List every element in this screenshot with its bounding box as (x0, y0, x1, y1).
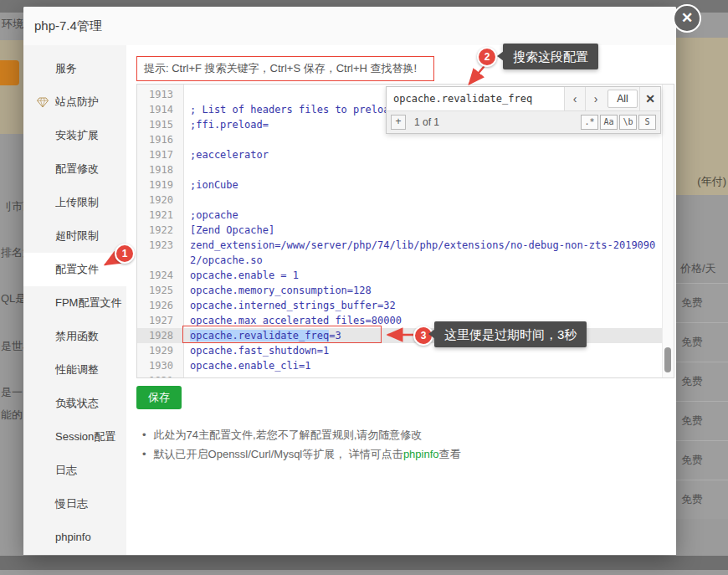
sidebar-item-label: 性能调整 (55, 363, 99, 376)
sidebar-item-7[interactable]: FPM配置文件 (23, 286, 126, 320)
sidebar-item-label: 配置修改 (55, 162, 99, 175)
sidebar-item-9[interactable]: 性能调整 (23, 353, 126, 387)
editor-scrollbar[interactable] (662, 85, 674, 377)
sidebar-item-6[interactable]: 配置文件 (23, 253, 126, 286)
line-number: 1915 (137, 117, 183, 132)
line-number: 1926 (137, 298, 183, 313)
sidebar-item-label: FPM配置文件 (55, 296, 121, 309)
line-text: opcache.fast_shutdown=1 (183, 343, 664, 358)
line-number: 1920 (137, 193, 183, 208)
code-line-1921: 1921;opcache (137, 208, 663, 223)
code-line-1929: 1929opcache.fast_shutdown=1 (137, 343, 663, 358)
dialog-sidebar: 服务站点防护安装扩展配置修改上传限制超时限制配置文件FPM配置文件禁用函数性能调… (23, 45, 126, 555)
backdrop-price-row-0: 免费 (676, 283, 728, 322)
search-close-icon[interactable]: ✕ (639, 87, 660, 110)
line-text: ;eaccelerator (183, 147, 664, 162)
line-text: opcache.enable = 1 (183, 268, 664, 283)
search-toggle-case[interactable]: Aa (600, 115, 618, 130)
backdrop-price-row-4: 免费 (676, 440, 728, 480)
sidebar-item-13[interactable]: 慢日志 (23, 487, 126, 521)
backdrop-price-row-1: 免费 (676, 322, 728, 362)
backdrop-price-row-5: 免费 (676, 480, 728, 519)
backdrop-left-fragment-3: 是世界 (1, 339, 26, 354)
sidebar-item-label: 配置文件 (55, 263, 99, 275)
line-text (183, 132, 664, 147)
editor-search-dialog: ‹ › All ✕ + 1 of 1 .*Aa\bS (386, 86, 661, 134)
backdrop-price-row-2: 免费 (676, 362, 728, 401)
backdrop-orange-button (0, 60, 19, 85)
sidebar-item-10[interactable]: 负载状态 (23, 387, 126, 420)
line-number: 1928 (137, 328, 183, 343)
sidebar-item-11[interactable]: Session配置 (23, 420, 126, 454)
search-toggle-selection[interactable]: S (638, 115, 656, 130)
line-number: 1913 (137, 87, 183, 102)
close-icon[interactable]: ✕ (673, 4, 701, 33)
sidebar-item-label: 慢日志 (55, 497, 88, 510)
code-line-1930: 1930opcache.enable_cli=1 (137, 358, 663, 373)
gem-icon (37, 97, 49, 108)
search-add-button[interactable]: + (391, 115, 406, 130)
line-number: 1917 (137, 147, 183, 162)
page: 环境 刂市面排名第QL是一是世界是一能的 (年付) 价格/天 免费免费免费免费免… (0, 0, 728, 575)
backdrop-price-header: 价格/天 (680, 261, 716, 276)
line-text: ;ionCube (183, 177, 664, 193)
line-number: 1927 (137, 313, 183, 328)
sidebar-item-4[interactable]: 上传限制 (23, 186, 126, 219)
editor-scrollbar-thumb[interactable] (664, 347, 671, 372)
line-number: 1919 (137, 177, 183, 193)
code-line-1922: 1922[Zend Opcache] (137, 223, 663, 238)
sidebar-item-1[interactable]: 站点防护 (23, 85, 126, 119)
code-line-1916: 1916 (137, 132, 663, 147)
search-all-button[interactable]: All (608, 90, 638, 108)
search-next-button[interactable]: › (585, 87, 606, 110)
sidebar-item-8[interactable]: 禁用函数 (23, 320, 126, 353)
code-line-1926: 1926opcache.interned_strings_buffer=32 (137, 298, 663, 313)
sidebar-item-5[interactable]: 超时限制 (23, 219, 126, 253)
save-button[interactable]: 保存 (136, 386, 182, 409)
backdrop-left-fragment-4: 是一 (1, 385, 26, 400)
line-text: ;opcache (183, 208, 664, 223)
code-line-1917: 1917;eaccelerator (137, 147, 663, 162)
notes-list: 此处为74主配置文件,若您不了解配置规则,请勿随意修改默认已开启Openssl/… (142, 425, 461, 464)
line-text (183, 373, 664, 378)
code-line-1925: 1925opcache.memory_consumption=128 (137, 283, 663, 298)
line-number: 1923 (137, 238, 183, 268)
sidebar-item-3[interactable]: 配置修改 (23, 152, 126, 186)
sidebar-item-label: 日志 (55, 464, 77, 476)
sidebar-item-0[interactable]: 服务 (23, 52, 126, 85)
highlight-red-box (182, 326, 382, 343)
backdrop-year-label: (年付) (697, 174, 726, 189)
backdrop-left-fragment-5: 能的 (1, 408, 26, 423)
search-match-count: 1 of 1 (414, 116, 579, 128)
dialog-title: php-7.4管理 (34, 18, 102, 34)
backdrop-left-fragment-1: 排名第 (1, 245, 26, 260)
line-number: 1918 (137, 162, 183, 177)
line-number: 1916 (137, 132, 183, 147)
phpinfo-link[interactable]: phpinfo (403, 448, 439, 460)
sidebar-item-12[interactable]: 日志 (23, 454, 126, 487)
search-toggle-regex[interactable]: .* (581, 115, 598, 130)
backdrop-left-fragment-2: QL是一 (1, 291, 26, 306)
line-number: 1921 (137, 208, 183, 223)
line-number: 1922 (137, 223, 183, 238)
line-number: 1929 (137, 343, 183, 358)
search-toggle-word[interactable]: \b (619, 115, 637, 130)
sidebar-item-14[interactable]: phpinfo (23, 521, 126, 554)
code-line-1931: 1931 (137, 373, 663, 378)
line-number: 1925 (137, 283, 183, 298)
line-text (183, 162, 664, 177)
sidebar-item-label: 禁用函数 (55, 330, 99, 342)
sidebar-item-2[interactable]: 安装扩展 (23, 119, 126, 152)
code-line-1919: 1919;ionCube (137, 177, 663, 193)
line-number: 1930 (137, 358, 183, 373)
sidebar-item-label: 站点防护 (55, 95, 99, 108)
line-text: opcache.interned_strings_buffer=32 (183, 298, 664, 313)
search-input[interactable] (387, 87, 564, 110)
search-prev-button[interactable]: ‹ (564, 87, 585, 110)
code-line-1920: 1920 (137, 193, 663, 208)
line-text: opcache.enable_cli=1 (183, 358, 664, 373)
sidebar-item-label: 安装扩展 (55, 129, 99, 141)
code-line-1918: 1918 (137, 162, 663, 177)
line-text: opcache.memory_consumption=128 (183, 283, 664, 298)
sidebar-item-label: Session配置 (55, 430, 115, 443)
